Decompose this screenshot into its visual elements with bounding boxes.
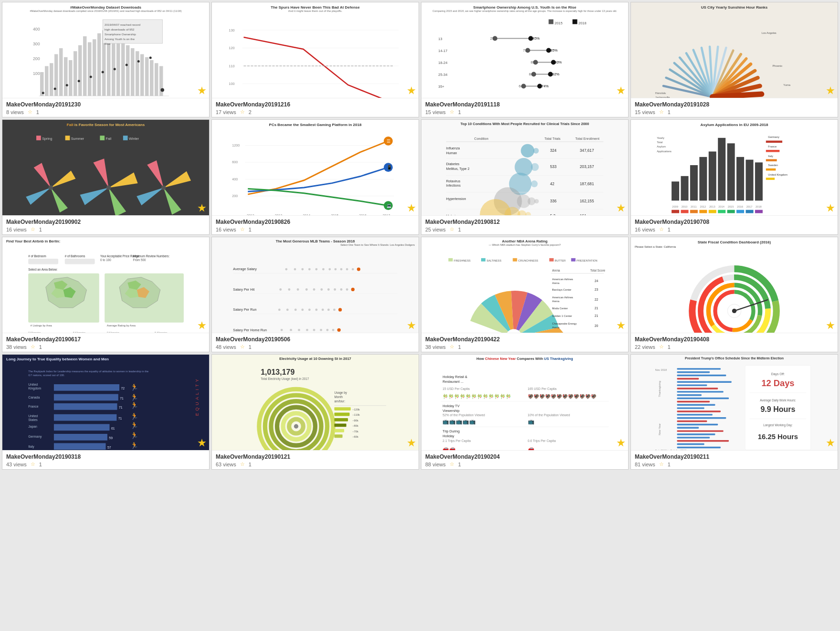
svg-rect-206 bbox=[672, 181, 679, 200]
card-1-star: ☆ bbox=[28, 109, 32, 115]
card-4-title[interactable]: MakeOverMonday20191028 bbox=[635, 101, 834, 108]
card-2[interactable]: The Spurs Have Never Been This Bad At De… bbox=[211, 2, 419, 117]
card-1-title[interactable]: MakeOverMonday20191230 bbox=[6, 101, 205, 108]
card-14[interactable]: Electricity Usage at 10 Downing St in 20… bbox=[211, 354, 419, 470]
card-10-star: ☆ bbox=[240, 344, 245, 350]
svg-text:Germany: Germany bbox=[28, 435, 42, 439]
card-11[interactable]: Another NBA Arena Rating — Which NBA sta… bbox=[421, 237, 629, 352]
svg-text:2014: 2014 bbox=[718, 205, 724, 208]
svg-text:Italy: Italy bbox=[28, 445, 34, 449]
card-2-star-count: 2 bbox=[249, 109, 252, 115]
card-12[interactable]: State Fiscal Condition Dashboard (2016) … bbox=[630, 237, 838, 352]
svg-text:Arena: Arena bbox=[552, 282, 560, 284]
svg-text:Jacksonville: Jacksonville bbox=[655, 96, 670, 98]
svg-text:2015: 2015 bbox=[728, 205, 734, 208]
svg-point-190 bbox=[527, 197, 535, 205]
card-8-meta: 16 views ☆ 1 bbox=[635, 226, 834, 232]
card-4[interactable]: US City Yearly Sunshine Hour Ranks bbox=[630, 2, 838, 117]
chart-title-2: The Spurs Have Never Been This Bad At De… bbox=[212, 2, 419, 10]
card-2-title[interactable]: MakeOverMonday20191216 bbox=[216, 101, 415, 108]
svg-text:21: 21 bbox=[595, 314, 598, 317]
svg-text:600: 600 bbox=[232, 160, 238, 164]
card-6-title[interactable]: MakeOverMonday20190826 bbox=[216, 219, 415, 225]
svg-rect-456 bbox=[677, 371, 710, 373]
svg-rect-211 bbox=[718, 138, 725, 200]
card-5-preview: Fall is Favorite Season for Most America… bbox=[2, 120, 209, 215]
card-14-views: 63 views bbox=[216, 462, 236, 467]
card-15-title[interactable]: MakeOverMonday20190204 bbox=[425, 453, 624, 460]
card-6[interactable]: PCs Became the Smallest Gaming Platform … bbox=[211, 119, 419, 235]
chart-title-13: Long Journey to True Equality between Wo… bbox=[2, 355, 209, 361]
card-12-views: 22 views bbox=[635, 344, 655, 350]
svg-text:FRESHNESS: FRESHNESS bbox=[454, 259, 471, 262]
svg-text:PRESENTATION: PRESENTATION bbox=[577, 259, 598, 262]
card-13-title[interactable]: MakeOverMonday20190318 bbox=[6, 453, 205, 460]
chart-svg-11: FRESHNESS SALTINESS CRUNCHINESS BUTTER P… bbox=[421, 247, 628, 333]
svg-text:Average Rating by Area: Average Rating by Area bbox=[107, 324, 136, 327]
svg-text:Kingdom: Kingdom bbox=[28, 387, 41, 390]
card-7[interactable]: Top 10 Conditions With Most People Recru… bbox=[421, 119, 629, 235]
card-16-title[interactable]: MakeOverMonday20190211 bbox=[635, 453, 834, 460]
card-2-star: ☆ bbox=[240, 109, 245, 115]
svg-text:Sweden: Sweden bbox=[768, 164, 778, 167]
card-7-title[interactable]: MakeOverMonday20190812 bbox=[425, 219, 624, 225]
card-4-star-count: 1 bbox=[668, 109, 671, 115]
card-13[interactable]: Long Journey to True Equality between Wo… bbox=[2, 354, 210, 470]
card-10-views: 48 views bbox=[216, 344, 236, 350]
chart-svg-15: Holiday Retail & Restaurant ... 15 USD P… bbox=[421, 361, 628, 450]
svg-rect-467 bbox=[677, 407, 704, 409]
card-16[interactable]: President Trump's Office Schedule Since … bbox=[630, 354, 838, 470]
card-5-footer: MakeOverMonday20190902 16 views ☆ 1 bbox=[2, 215, 209, 234]
svg-text:57: 57 bbox=[107, 446, 111, 449]
svg-text:Chesapeake Energy: Chesapeake Energy bbox=[552, 322, 577, 325]
svg-text:52% of the Population Viewed: 52% of the Population Viewed bbox=[442, 413, 485, 417]
svg-point-293 bbox=[305, 288, 308, 291]
svg-text:Golden 1 Center: Golden 1 Center bbox=[552, 315, 572, 317]
card-9[interactable]: Find Your Best Airbnb in Berlin: # of Be… bbox=[2, 237, 210, 352]
svg-text:Fall: Fall bbox=[106, 137, 112, 141]
card-8-title[interactable]: MakeOverMonday20190708 bbox=[635, 219, 834, 225]
svg-rect-227 bbox=[766, 141, 782, 143]
card-14-title[interactable]: MakeOverMonday20190121 bbox=[216, 453, 415, 460]
card-10-title[interactable]: MakeOverMonday20190506 bbox=[216, 336, 415, 343]
svg-text:United: United bbox=[28, 414, 38, 418]
card-10-footer: MakeOverMonday20190506 48 views ☆ 1 bbox=[212, 333, 419, 352]
chart-svg-7: Condition Total Trials Total Enrollment … bbox=[421, 126, 628, 215]
svg-text:18-24: 18-24 bbox=[438, 61, 447, 65]
svg-point-296 bbox=[327, 288, 330, 291]
svg-point-305 bbox=[308, 308, 311, 311]
card-5-title[interactable]: MakeOverMonday20190902 bbox=[6, 219, 205, 225]
svg-rect-240 bbox=[709, 210, 716, 213]
card-7-footer: MakeOverMonday20190812 25 views ☆ 1 bbox=[421, 215, 628, 234]
card-3-title[interactable]: MakeOverMonday20191118 bbox=[425, 101, 624, 108]
svg-text:10% of the Population Viewed: 10% of the Population Viewed bbox=[528, 413, 570, 417]
card-12-preview: State Fiscal Condition Dashboard (2016) … bbox=[631, 237, 838, 333]
svg-point-373 bbox=[732, 309, 736, 313]
card-9-title[interactable]: MakeOverMonday20190617 bbox=[6, 336, 205, 343]
card-10[interactable]: The Most Generous MLB Teams - Season 201… bbox=[211, 237, 419, 352]
svg-text:Influenza: Influenza bbox=[446, 147, 460, 150]
svg-text:Hypertension: Hypertension bbox=[446, 197, 466, 201]
card-9-preview: Find Your Best Airbnb in Berlin: # of Be… bbox=[2, 237, 209, 333]
card-1[interactable]: #MakeOverMonday Dataset Downloads #MakeO… bbox=[2, 2, 210, 117]
svg-point-301 bbox=[278, 308, 281, 311]
svg-point-30 bbox=[42, 92, 44, 94]
svg-point-133 bbox=[106, 185, 111, 190]
card-12-title[interactable]: MakeOverMonday20190408 bbox=[635, 336, 834, 343]
card-11-title[interactable]: MakeOverMonday20190422 bbox=[425, 336, 624, 343]
svg-point-286 bbox=[340, 268, 343, 271]
svg-text:2013: 2013 bbox=[709, 205, 715, 208]
svg-text:# of Bedroom: # of Bedroom bbox=[28, 254, 46, 258]
svg-text:2013: 2013 bbox=[275, 214, 283, 215]
card-3[interactable]: Smartphone Ownership Among U.S. Youth Is… bbox=[421, 2, 629, 117]
card-6-footer: MakeOverMonday20190826 16 views ☆ 1 bbox=[212, 215, 419, 234]
svg-text:130: 130 bbox=[229, 28, 235, 32]
card-8[interactable]: Asylum Applications in EU 2009-2018 Year… bbox=[630, 119, 838, 235]
svg-text:📱: 📱 bbox=[387, 165, 392, 170]
svg-text:100: 100 bbox=[33, 71, 40, 76]
svg-rect-464 bbox=[677, 398, 729, 399]
svg-marker-137 bbox=[136, 183, 166, 206]
card-15[interactable]: How Chinese New Year Compares With US Th… bbox=[421, 354, 629, 470]
card-5[interactable]: Fall is Favorite Season for Most America… bbox=[2, 119, 210, 235]
svg-text:Average Daily Work Hours:: Average Daily Work Hours: bbox=[760, 399, 796, 402]
